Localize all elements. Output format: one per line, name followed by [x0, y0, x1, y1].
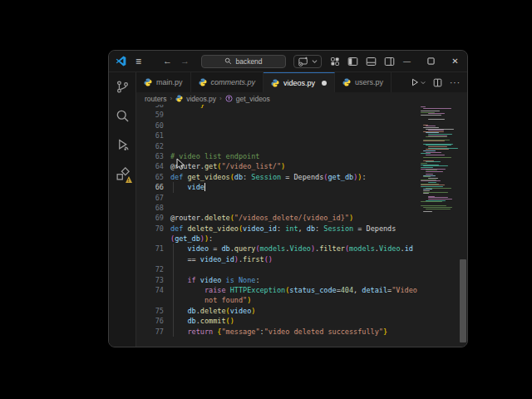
code-line[interactable]: 62 [136, 141, 467, 151]
code-line[interactable]: 74 raise HTTPException(status_code=404, … [136, 285, 467, 295]
source-control-icon[interactable] [115, 79, 130, 94]
menu-icon[interactable]: ≡ [135, 57, 141, 66]
tab-videos-py[interactable]: videos.py [264, 72, 335, 92]
customize-layout-icon[interactable] [330, 57, 340, 66]
tab-label: comments.py [211, 78, 256, 86]
line-number: 63 [136, 151, 164, 161]
code-line[interactable]: 76 db.commit() [136, 316, 467, 326]
symbol-method-icon [225, 95, 233, 102]
minimap-line [421, 163, 427, 164]
chevron-right-icon: › [219, 95, 222, 102]
editor[interactable]: 58 }5960616263# video list endpoint64@ro… [136, 105, 467, 347]
code-line[interactable]: 68 [136, 203, 467, 213]
minimap-line [428, 178, 438, 179]
desktop-background: ≡ ← → backend [0, 0, 532, 399]
minimap-line [421, 123, 459, 124]
code-area[interactable]: 58 }5960616263# video list endpoint64@ro… [136, 105, 467, 337]
minimize-button[interactable]: — [395, 51, 419, 72]
line-number: 65 [136, 172, 164, 182]
line-number: 68 [136, 203, 164, 213]
minimap-line [426, 171, 443, 172]
code-line[interactable]: 61 [136, 131, 467, 140]
run-button[interactable] [411, 78, 426, 86]
chevron-down-icon [421, 81, 426, 85]
tab-comments-py[interactable]: comments.py [191, 72, 264, 92]
minimap-line [423, 190, 430, 191]
line-number: 69 [136, 213, 164, 223]
maximize-icon [427, 57, 435, 65]
line-number: 71 [136, 244, 164, 254]
play-icon [411, 78, 419, 86]
line-number: 64 [136, 161, 164, 171]
line-number [136, 254, 164, 264]
code-line[interactable]: not found") [136, 295, 467, 305]
code-text: return {"message":"video deleted success… [170, 327, 387, 337]
code-text: if video is None: [170, 275, 260, 285]
code-line[interactable]: 63# video list endpoint [136, 151, 467, 161]
more-actions-button[interactable]: ··· [450, 78, 461, 87]
toggle-panel-icon[interactable] [366, 57, 377, 66]
minimap-line [421, 159, 459, 160]
scrollbar-thumb[interactable] [460, 259, 466, 342]
minimap-line [428, 134, 452, 135]
code-line[interactable]: == video_id).first() [136, 254, 467, 264]
scrollbar[interactable] [459, 105, 467, 347]
run-debug-icon[interactable] [115, 137, 130, 152]
minimap-line [426, 155, 445, 155]
chevron-right-icon: › [170, 95, 172, 102]
tab-users-py[interactable]: users.py [335, 72, 392, 92]
minimap-line [428, 182, 436, 183]
code-line[interactable]: 70def delete_video(video_id: int, db: Se… [136, 224, 467, 234]
minimap-line [428, 146, 447, 147]
vscode-window: ≡ ← → backend [108, 50, 468, 347]
breadcrumb-item-routers[interactable]: routers [145, 95, 166, 103]
code-line[interactable]: (get_db)): [136, 234, 467, 244]
warning-badge [126, 176, 132, 183]
tab-main-py[interactable]: main.py [136, 72, 191, 92]
code-line[interactable]: 65def get_videos(db: Session = Depends(g… [136, 172, 467, 182]
code-line[interactable]: 75 db.delete(video) [136, 306, 467, 316]
code-text: # video list endpoint [170, 151, 259, 161]
code-text: == video_id).first() [170, 254, 273, 264]
code-text: db.commit() [170, 316, 234, 326]
maximize-button[interactable] [419, 51, 443, 72]
code-line[interactable]: 59 [136, 110, 467, 120]
code-line[interactable]: 77 return {"message":"video deleted succ… [136, 327, 467, 337]
modified-dot[interactable] [322, 81, 327, 86]
launch-profile-button[interactable] [293, 55, 322, 68]
code-line[interactable]: 64@router.get("/video_list/") [136, 161, 467, 171]
command-center-search[interactable]: backend [201, 55, 286, 68]
line-number: 70 [136, 224, 164, 234]
minimap-line [423, 127, 439, 128]
code-line[interactable]: 66 vide [136, 182, 467, 192]
toggle-secondary-sidebar-icon[interactable] [384, 57, 395, 66]
code-text: @router.delete("/videos_delete/{video_id… [170, 213, 353, 223]
code-text: def delete_video(video_id: int, db: Sess… [170, 224, 396, 234]
code-line[interactable]: 60 [136, 121, 467, 131]
code-line[interactable]: 71 video = db.query(models.Video).filter… [136, 244, 467, 254]
split-editor-button[interactable] [433, 78, 442, 87]
toggle-sidebar-icon[interactable] [347, 57, 358, 66]
forward-icon[interactable]: → [180, 57, 190, 66]
search-icon[interactable] [115, 108, 130, 123]
minimap-line [421, 203, 459, 204]
minimap[interactable] [421, 106, 459, 347]
code-text: not found") [170, 295, 251, 305]
python-icon [342, 78, 351, 86]
breadcrumb-item-file[interactable]: videos.py [186, 95, 216, 103]
python-icon [144, 78, 152, 86]
close-button[interactable]: ✕ [443, 51, 467, 72]
code-line[interactable]: 72 [136, 264, 467, 274]
code-line[interactable]: 69@router.delete("/videos_delete/{video_… [136, 213, 467, 223]
titlebar: ≡ ← → backend [109, 51, 467, 72]
code-line[interactable]: 73 if video is None: [136, 275, 467, 285]
code-line[interactable]: 67 [136, 193, 467, 203]
code-text: def get_videos(db: Session = Depends(get… [170, 172, 367, 182]
python-icon [199, 78, 207, 86]
extensions-icon[interactable] [115, 166, 130, 181]
minimap-line [421, 111, 440, 111]
back-icon[interactable]: ← [163, 57, 172, 66]
minimap-line [421, 138, 459, 139]
line-number: 76 [136, 316, 164, 326]
breadcrumb-item-symbol[interactable]: get_videos [236, 95, 270, 103]
